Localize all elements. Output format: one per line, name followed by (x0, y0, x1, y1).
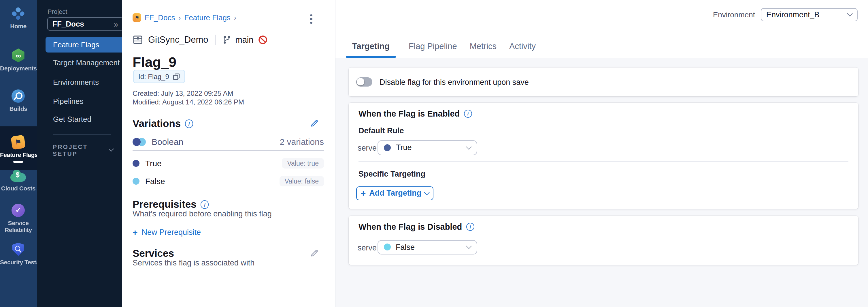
variations-title-row: Variations (132, 118, 193, 130)
active-module-underline (13, 161, 23, 163)
environment-panel: Environment Environment_B Targeting Flag… (335, 0, 868, 307)
flag-disabled-title-row: When the Flag is Disabled (359, 222, 474, 231)
variation-value-badge: Value: false (280, 176, 324, 186)
flag-created: Created: July 13, 2022 09:25 AM (132, 89, 244, 98)
module-label: Service Reliability (0, 219, 37, 234)
disable-flag-label: Disable flag for this environment upon s… (379, 78, 529, 86)
project-setup-label: PROJECT SETUP (53, 143, 110, 157)
serve-true-dot (384, 144, 391, 151)
copy-icon[interactable] (173, 73, 180, 80)
module-label: Cloud Costs (0, 185, 37, 192)
variation-name: False (145, 176, 165, 186)
serve-label: serve (358, 144, 377, 152)
module-label: Builds (0, 105, 37, 112)
disable-flag-toggle[interactable] (356, 78, 372, 87)
tab-targeting[interactable]: Targeting (346, 35, 396, 57)
sidebar-item-feature-flags[interactable]: Feature Flags (45, 37, 122, 52)
sidebar-item-environments[interactable]: Environments (37, 75, 122, 90)
module-feature-flags[interactable]: Feature Flags (0, 135, 37, 163)
flag-disabled-card: When the Flag is Disabled serve False (348, 216, 858, 264)
flag-enabled-card: When the Flag is Enabled Default Rule se… (348, 103, 858, 209)
flag-detail-panel: FF_Docs › Feature Flags › GitSync_Demo (122, 0, 335, 307)
flag-disabled-title: When the Flag is Disabled (359, 222, 462, 231)
module-label: Security Tests (0, 258, 37, 266)
module-builds[interactable]: Builds (0, 88, 37, 112)
project-label: Project (48, 8, 67, 15)
serve-enabled-select[interactable]: True (377, 140, 477, 155)
breadcrumb-feature-flags-link[interactable]: Feature Flags (184, 13, 230, 22)
serve-disabled-value: False (396, 243, 415, 252)
module-cloud-costs[interactable]: Cloud Costs (0, 168, 37, 192)
divider (359, 161, 848, 161)
flag-enabled-title: When the Flag is Enabled (359, 109, 460, 118)
module-home[interactable]: Home (0, 6, 37, 29)
add-targeting-label: Add Targeting (369, 189, 421, 198)
chevron-down-icon (466, 244, 472, 249)
flag-id-label: Id: Flag_9 (138, 73, 169, 81)
prerequisites-subtitle: What’s required before enabling this fla… (132, 209, 272, 218)
environment-select[interactable]: Environment_B (761, 8, 857, 21)
breadcrumb-separator: › (234, 13, 236, 22)
boolean-type-icon (132, 138, 146, 146)
security-tests-icon (0, 242, 37, 257)
sidebar-item-label: Target Management (53, 58, 120, 67)
info-icon[interactable] (466, 223, 474, 231)
module-deployments[interactable]: Deployments (0, 48, 37, 72)
variation-false-dot (132, 178, 140, 185)
project-setup-section[interactable]: PROJECT SETUP (53, 143, 113, 157)
edit-variations-button[interactable] (310, 119, 319, 128)
plus-icon (132, 228, 138, 236)
new-prerequisite-button[interactable]: New Prerequisite (132, 228, 201, 236)
environment-value: Environment_B (766, 10, 819, 19)
more-options-button[interactable] (307, 14, 315, 24)
service-reliability-icon (0, 202, 37, 218)
module-security-tests[interactable]: Security Tests (0, 242, 37, 266)
sidebar-divider (53, 135, 111, 135)
disable-flag-card: Disable flag for this environment upon s… (348, 67, 858, 96)
chevron-down-icon (424, 190, 430, 196)
module-service-reliability[interactable]: Service Reliability (0, 202, 37, 234)
variation-type: Boolean (152, 137, 183, 146)
sidebar-item-target-management[interactable]: Target Management (37, 55, 122, 71)
chevron-down-icon (847, 11, 852, 17)
serve-enabled-value: True (396, 143, 412, 152)
cloud-costs-icon (0, 168, 37, 183)
serve-disabled-select[interactable]: False (377, 240, 477, 254)
repository-icon (132, 35, 143, 45)
new-prerequisite-label: New Prerequisite (142, 228, 201, 236)
default-rule-label: Default Rule (359, 127, 404, 135)
breadcrumb: FF_Docs › Feature Flags › (132, 13, 236, 22)
variation-row-false: False Value: false (132, 176, 324, 186)
sync-disabled-icon (258, 35, 267, 45)
info-icon[interactable] (200, 200, 209, 209)
gitsync-repo-name: GitSync_Demo (148, 35, 208, 45)
flag-modified: Modified: August 14, 2022 06:26 PM (132, 98, 244, 106)
project-selector[interactable]: FF_Docs (47, 17, 123, 31)
edit-services-button[interactable] (310, 249, 319, 257)
flag-meta: Created: July 13, 2022 09:25 AM Modified… (132, 89, 244, 106)
sidebar-item-label: Pipelines (53, 97, 84, 105)
project-name: FF_Docs (53, 20, 114, 28)
module-label: Home (0, 23, 37, 29)
sidebar-item-get-started[interactable]: Get Started (37, 111, 122, 127)
variations-title: Variations (132, 118, 181, 130)
services-title: Services (132, 248, 174, 260)
sidebar-item-label: Get Started (53, 115, 91, 123)
breadcrumb-project-link[interactable]: FF_Docs (145, 13, 175, 22)
tab-flag-pipeline[interactable]: Flag Pipeline (409, 35, 457, 57)
info-icon[interactable] (185, 120, 193, 128)
services-title-row: Services (132, 248, 174, 260)
git-branch-icon[interactable] (222, 35, 231, 45)
feature-flag-icon (132, 13, 141, 22)
expand-projects-icon (114, 20, 118, 28)
info-icon[interactable] (464, 110, 472, 118)
git-branch-name[interactable]: main (235, 35, 253, 45)
add-targeting-button[interactable]: Add Targeting (356, 186, 433, 200)
builds-icon (0, 88, 37, 103)
tab-activity[interactable]: Activity (509, 35, 536, 57)
services-subtitle: Services this flag is associated with (132, 258, 254, 267)
environment-label: Environment (713, 10, 755, 19)
tab-metrics[interactable]: Metrics (470, 35, 497, 57)
sidebar-item-pipelines[interactable]: Pipelines (37, 93, 122, 109)
module-nav: Home Deployments Builds Feature Flags Cl… (0, 0, 37, 307)
